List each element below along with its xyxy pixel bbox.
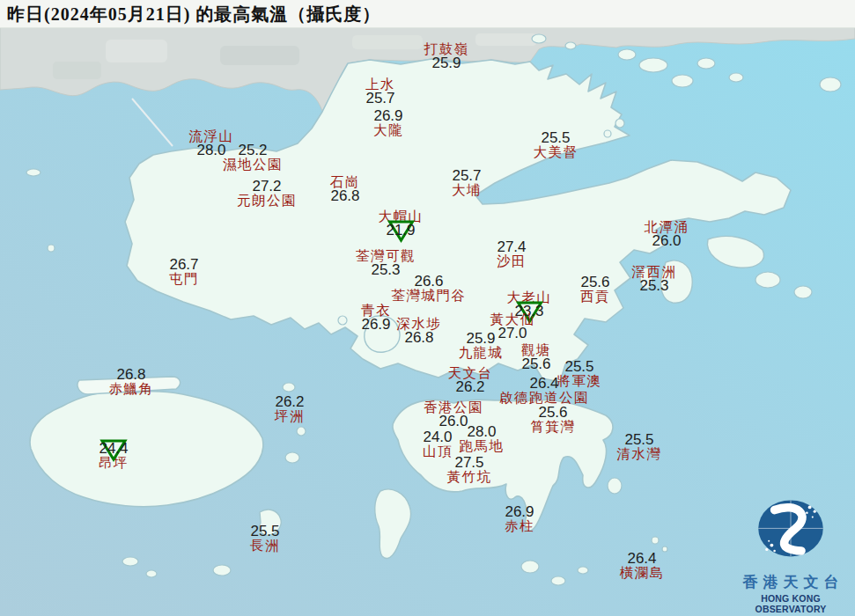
- station-label: 25.5清水灣: [617, 433, 662, 460]
- station-label: 25.5長洲: [250, 524, 280, 552]
- hko-logo: 香港天文台 HONG KONG OBSERVATORY: [730, 489, 851, 614]
- station-label: 25.9九龍城: [459, 332, 504, 359]
- station-temp-wrap: 27.4: [497, 240, 527, 254]
- station-temperature: 26.6: [414, 273, 443, 290]
- station-temp-wrap: 25.7: [365, 92, 395, 106]
- station-temperature: 25.5: [250, 523, 279, 539]
- station-temperature: 25.6: [538, 404, 567, 421]
- station-temperature: 25.7: [365, 90, 394, 106]
- station-temperature: 24.0: [423, 429, 452, 445]
- station-label: 石崗26.8: [330, 175, 360, 202]
- station-label: 27.2元朗公園: [237, 180, 297, 207]
- station-temperature: 26.8: [330, 187, 359, 204]
- station-label: 深水埗26.8: [397, 317, 442, 344]
- station-temperature: 21.9: [386, 222, 415, 238]
- station-temperature: 26.0: [652, 232, 681, 249]
- station-temperature: 26.9: [505, 503, 534, 520]
- station-temp-wrap: 25.5: [250, 524, 280, 539]
- station-name: 屯門: [169, 272, 199, 286]
- station-temperature: 26.8: [116, 366, 145, 383]
- station-temperature: 25.7: [452, 167, 481, 184]
- page-title: 昨日(2024年05月21日) 的最高氣溫（攝氏度）: [7, 3, 380, 26]
- station-temp-wrap: 25.5: [557, 360, 602, 374]
- station-label: 27.5黃竹坑: [447, 456, 492, 483]
- station-temperature: 25.2: [238, 142, 267, 158]
- station-label: 26.9大隴: [373, 109, 403, 136]
- station-temperature: 28.0: [467, 423, 496, 440]
- title-bar: 昨日(2024年05月21日) 的最高氣溫（攝氏度）: [0, 0, 855, 28]
- station-label: 25.6筲箕灣: [531, 406, 576, 433]
- station-label: 26.8赤鱲角: [109, 368, 154, 395]
- logo-name-zh: 香港天文台: [730, 572, 851, 592]
- station-temperature: 25.6: [521, 356, 550, 372]
- station-name: 西貢: [580, 290, 610, 304]
- station-temperature: 26.4: [627, 550, 656, 567]
- station-name: 濕地公園: [223, 158, 283, 172]
- station-temp-wrap: 27.2: [237, 180, 297, 194]
- station-temp-wrap: 25.9: [424, 56, 469, 70]
- station-temperature: 28.0: [196, 142, 225, 158]
- station-name: 跑馬地: [460, 439, 505, 453]
- station-name: 九龍城: [459, 346, 504, 360]
- station-temperature: 24.4: [99, 440, 128, 457]
- station-name: 坪洲: [275, 409, 305, 423]
- station-temperature: 26.2: [275, 393, 304, 410]
- station-label: 大帽山21.9: [379, 209, 424, 237]
- station-temp-wrap: 25.7: [452, 169, 482, 183]
- station-temperature: 26.8: [404, 329, 433, 346]
- station-label: 觀塘25.6: [521, 343, 551, 370]
- station-label: 24.4昂坪: [99, 442, 129, 469]
- station-label: 26.4啟德跑道公園: [499, 377, 589, 404]
- station-label: 25.2濕地公園: [223, 143, 283, 171]
- station-name: 清水灣: [617, 447, 662, 461]
- station-temp-wrap: 26.9: [373, 109, 403, 123]
- station-temperature: 27.2: [252, 178, 281, 194]
- station-temperature: 27.4: [497, 238, 526, 255]
- station-label: 青衣26.9: [361, 304, 391, 331]
- station-name: 赤鱲角: [109, 382, 154, 396]
- station-temperature: 26.9: [361, 316, 390, 333]
- station-label: 25.6西貢: [580, 275, 610, 303]
- station-temp-wrap: 26.2: [448, 380, 493, 394]
- station-name: 啟德跑道公園: [499, 391, 589, 405]
- station-label: 26.4橫瀾島: [620, 552, 665, 579]
- station-label: 上水25.7: [365, 77, 395, 105]
- station-temp-wrap: 28.0: [460, 425, 505, 439]
- stations-layer: 打鼓嶺25.9上水25.726.9大隴流浮山28.025.2濕地公園27.2元朗…: [0, 0, 855, 616]
- station-temp-wrap: 26.8: [109, 368, 154, 382]
- station-temp-wrap: 25.6: [531, 406, 576, 420]
- station-name: 赤柱: [505, 519, 534, 533]
- station-temperature: 26.9: [373, 107, 402, 124]
- station-temperature: 27.5: [454, 454, 483, 471]
- station-name: 大埔: [452, 183, 482, 197]
- station-label: 24.0山頂: [423, 430, 453, 458]
- station-temperature: 25.5: [541, 129, 570, 146]
- station-label: 打鼓嶺25.9: [424, 42, 469, 70]
- station-temp-wrap: 26.8: [397, 331, 442, 345]
- station-temp-wrap: 26.7: [169, 258, 199, 272]
- station-label: 25.5大美督: [534, 131, 579, 158]
- station-temperature: 25.5: [624, 431, 653, 448]
- station-temp-wrap: 25.2: [223, 143, 283, 158]
- station-label: 北潭涌26.0: [645, 220, 689, 247]
- station-temp-wrap: 26.0: [645, 234, 689, 248]
- station-name: 橫瀾島: [620, 566, 665, 580]
- station-temp-wrap: 26.4: [499, 377, 589, 391]
- station-temp-wrap: 26.2: [275, 395, 305, 409]
- weather-map-screen: 昨日(2024年05月21日) 的最高氣溫（攝氏度） 打鼓嶺25.9上水25.7…: [0, 0, 855, 616]
- station-temperature: 25.9: [466, 330, 495, 347]
- station-temp-wrap: 26.6: [392, 275, 467, 289]
- station-temperature: 26.7: [169, 256, 198, 273]
- station-name: 元朗公園: [237, 194, 297, 208]
- station-name: 黃竹坑: [447, 470, 492, 484]
- station-temperature: 25.5: [564, 358, 593, 375]
- logo-name-en: HONG KONG OBSERVATORY: [730, 593, 851, 614]
- station-temp-wrap: 25.3: [632, 279, 677, 293]
- station-temp-wrap: 25.9: [459, 332, 504, 346]
- station-name: 沙田: [497, 254, 527, 268]
- station-label: 26.6荃灣城門谷: [392, 275, 467, 302]
- station-temp-wrap: 25.5: [617, 433, 662, 447]
- station-name: 荃灣城門谷: [392, 289, 467, 303]
- station-temp-wrap: 25.6: [521, 357, 551, 371]
- station-label: 28.0跑馬地: [460, 425, 505, 452]
